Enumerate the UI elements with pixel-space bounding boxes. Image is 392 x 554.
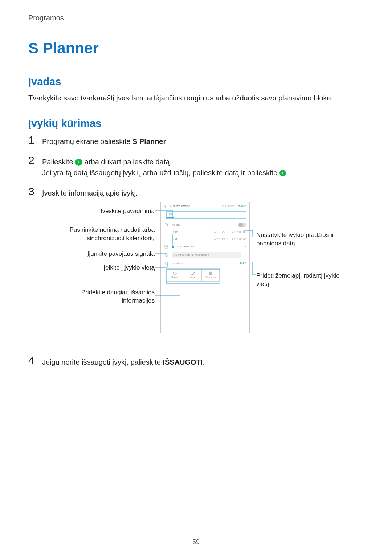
bell-icon [164,253,169,257]
phone-title-input: Title [167,210,243,219]
step-text: . [166,138,168,145]
phone-notif-pill: 10 mins before. Notification – [172,252,241,258]
step-text: Palieskite [42,158,75,166]
section-heading-events: Įvykių kūrimas [28,118,364,130]
step-body: Programų ekrane palieskite S Planner. [42,135,364,147]
phone-title-placeholder: Title [167,212,173,216]
phone-mockup: Create event CANCEL SAVE Title [160,202,250,333]
step-bold: IŠSAUGOTI [163,358,203,366]
svg-rect-1 [165,246,168,248]
callout-alarm: Įjunkite pavojaus signalą [64,250,155,258]
page-number: 59 [0,538,392,546]
step-text: . [203,358,205,366]
phone-row-notification: 10 mins before. Notification – + [161,250,249,260]
repeat-icon [173,271,177,275]
step-number: 2 [28,155,36,178]
plus-icon: + [279,170,286,176]
step-2: 2 Palieskite + arba dukart palieskite da… [28,155,364,178]
callout-map: Pridėti žemėlapį, rodantį įvykio vietą [256,272,351,288]
step-bold: S Planner [132,138,166,145]
phone-tab-timezone: Time zone [201,269,219,281]
intro-text: Tvarkykite savo tvarkaraštį įvesdami art… [28,93,364,103]
step-1: 1 Programų ekrane palieskite S Planner. [28,135,364,147]
step-text: Įveskite informaciją apie įvykį. [42,189,138,197]
chevron-left-icon [164,205,167,208]
callout-title: Įveskite pavadinimą [64,207,155,216]
clock-icon [164,223,169,227]
page-title: S Planner [28,40,364,57]
phone-row-end: End WED, 22 JUL 2015 09:00 [161,236,249,243]
calendar-icon [164,245,169,249]
phone-map-label: MAP [240,261,246,266]
phone-tab-label: Repeat [171,276,178,279]
phone-tab-label: More [190,276,195,279]
phone-tab-repeat: Repeat [166,269,184,281]
callout-dates: Nustatykite įvykio pradžios ir pabaigos … [256,231,351,248]
step-text: . [288,169,290,177]
phone-row-location: Location MAP [161,260,249,267]
phone-create-label: Create event [170,204,219,209]
globe-icon [208,271,213,275]
phone-end-label: End [172,237,211,242]
plus-icon: + [244,252,246,258]
diagram: Create event CANCEL SAVE Title [64,202,354,347]
breadcrumb: Programos [28,14,364,22]
phone-end-value: WED, 22 JUL 2015 09:00 [214,237,246,242]
phone-mycalendars-label: My calendars [177,245,242,249]
pin-icon [164,262,169,265]
phone-save-label: SAVE [238,204,246,209]
section-heading-intro: Įvadas [28,76,364,88]
phone-tab-more: More [184,269,201,281]
left-rule [19,0,19,9]
page: Programos S Planner Įvadas Tvarkykite sa… [0,0,392,368]
step-text: Programų ekrane palieskite [42,138,132,145]
step-body: Įveskite informaciją apie įvykį. Create … [42,186,364,347]
phone-start-value: WED, 22 JUL 2015 08:00 [214,230,246,234]
edit-icon [191,271,195,275]
phone-cancel-label: CANCEL [222,204,235,209]
steps-list: 1 Programų ekrane palieskite S Planner. … [28,135,364,368]
step-text: arba dukart palieskite datą. [85,158,172,166]
calendar-color-chip [172,246,174,248]
step-text: Jei yra tą datą išsaugotų įvykių arba už… [42,169,279,177]
callout-calendar: Pasirinkite norimą naudoti arba sinchron… [64,226,155,243]
callout-more: Pridėkite daugiau išsamios informacijos [64,288,155,305]
minus-icon: – [237,253,239,257]
phone-tabbar: Repeat More Time zone [166,268,220,282]
phone-start-label: Start [172,230,211,234]
step-number: 4 [28,355,36,368]
step-3: 3 Įveskite informaciją apie įvykį. Creat… [28,186,364,347]
chevron-down-icon: ▾ [245,245,246,249]
step-number: 1 [28,135,36,147]
phone-topbar: Create event CANCEL SAVE [161,202,249,210]
phone-notif-text: 10 mins before. Notification [174,253,209,257]
step-number: 3 [28,186,36,347]
phone-row-calendar: My calendars ▾ [161,243,249,250]
phone-row-start: Start WED, 22 JUL 2015 08:00 [161,229,249,236]
phone-row-allday: All day [161,221,249,229]
step-body: Jeigu norite išsaugoti įvykį, palieskite… [42,355,364,368]
phone-allday-label: All day [172,223,236,227]
phone-location-label: Location [172,261,237,266]
step-text: Jeigu norite išsaugoti įvykį, palieskite [42,358,163,366]
toggle-icon [238,223,246,227]
phone-tab-label: Time zone [205,276,216,279]
step-body: Palieskite + arba dukart palieskite datą… [42,155,364,178]
step-4: 4 Jeigu norite išsaugoti įvykį, palieski… [28,355,364,368]
callout-location: Įeikite į įvykio vietą [64,264,155,272]
plus-icon: + [75,159,82,166]
